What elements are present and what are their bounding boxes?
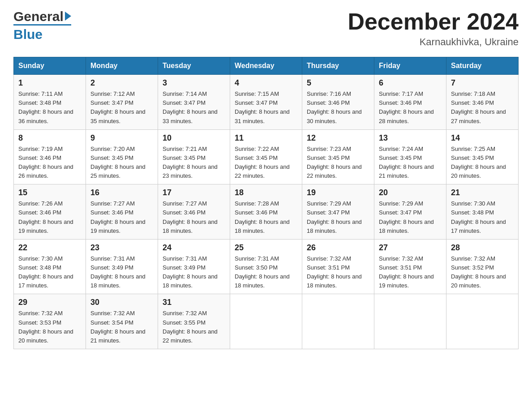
day-number: 20 — [379, 188, 442, 197]
day-number: 12 — [307, 133, 369, 143]
day-info: Sunrise: 7:31 AMSunset: 3:50 PMDaylight:… — [235, 254, 297, 291]
table-row: 11Sunrise: 7:22 AMSunset: 3:45 PMDayligh… — [230, 129, 302, 184]
day-number: 4 — [235, 78, 297, 88]
day-info: Sunrise: 7:17 AMSunset: 3:46 PMDaylight:… — [379, 90, 442, 126]
day-info: Sunrise: 7:23 AMSunset: 3:45 PMDaylight:… — [307, 145, 369, 181]
table-row: 1Sunrise: 7:11 AMSunset: 3:48 PMDaylight… — [14, 75, 86, 130]
day-info: Sunrise: 7:14 AMSunset: 3:47 PMDaylight:… — [163, 90, 225, 126]
col-tuesday: Tuesday — [158, 57, 230, 75]
table-row: 13Sunrise: 7:24 AMSunset: 3:45 PMDayligh… — [374, 129, 446, 184]
table-row: 4Sunrise: 7:15 AMSunset: 3:47 PMDaylight… — [230, 75, 302, 130]
day-number: 21 — [451, 188, 514, 197]
day-info: Sunrise: 7:29 AMSunset: 3:47 PMDaylight:… — [307, 199, 369, 235]
logo-name-top: General — [13, 9, 64, 24]
day-info: Sunrise: 7:16 AMSunset: 3:46 PMDaylight:… — [307, 90, 369, 126]
table-row: 26Sunrise: 7:32 AMSunset: 3:51 PMDayligh… — [302, 239, 374, 294]
day-info: Sunrise: 7:32 AMSunset: 3:55 PMDaylight:… — [163, 309, 225, 345]
day-number: 11 — [235, 133, 297, 143]
table-row: 31Sunrise: 7:32 AMSunset: 3:55 PMDayligh… — [158, 294, 230, 349]
day-number: 24 — [163, 243, 225, 253]
table-row: 29Sunrise: 7:32 AMSunset: 3:53 PMDayligh… — [14, 294, 86, 349]
table-row: 9Sunrise: 7:20 AMSunset: 3:45 PMDaylight… — [86, 129, 158, 184]
location-label: Karnaukhivka, Ukraine — [348, 36, 519, 48]
table-row: 22Sunrise: 7:30 AMSunset: 3:48 PMDayligh… — [14, 239, 86, 294]
day-number: 6 — [379, 78, 442, 88]
table-row: 23Sunrise: 7:31 AMSunset: 3:49 PMDayligh… — [86, 239, 158, 294]
table-row: 6Sunrise: 7:17 AMSunset: 3:46 PMDaylight… — [374, 75, 446, 130]
calendar-table: Sunday Monday Tuesday Wednesday Thursday… — [13, 57, 519, 349]
table-row: 28Sunrise: 7:32 AMSunset: 3:52 PMDayligh… — [446, 239, 519, 294]
day-number: 27 — [379, 243, 442, 253]
day-info: Sunrise: 7:27 AMSunset: 3:46 PMDaylight:… — [163, 199, 225, 235]
col-sunday: Sunday — [14, 57, 86, 75]
table-row: 5Sunrise: 7:16 AMSunset: 3:46 PMDaylight… — [302, 75, 374, 130]
col-wednesday: Wednesday — [230, 57, 302, 75]
day-number: 28 — [451, 243, 514, 253]
calendar-week-row: 15Sunrise: 7:26 AMSunset: 3:46 PMDayligh… — [14, 184, 519, 240]
month-title: December 2024 — [348, 9, 519, 34]
day-number: 31 — [163, 298, 225, 307]
day-info: Sunrise: 7:19 AMSunset: 3:46 PMDaylight:… — [18, 145, 81, 181]
table-row — [446, 294, 519, 349]
day-number: 18 — [235, 188, 297, 197]
day-number: 2 — [90, 78, 153, 88]
day-info: Sunrise: 7:29 AMSunset: 3:47 PMDaylight:… — [379, 199, 442, 235]
calendar-week-row: 22Sunrise: 7:30 AMSunset: 3:48 PMDayligh… — [14, 239, 519, 294]
day-info: Sunrise: 7:32 AMSunset: 3:54 PMDaylight:… — [90, 309, 153, 345]
day-number: 25 — [235, 243, 297, 253]
logo-arrow-icon — [65, 12, 71, 21]
table-row: 7Sunrise: 7:18 AMSunset: 3:46 PMDaylight… — [446, 75, 519, 130]
table-row: 21Sunrise: 7:30 AMSunset: 3:48 PMDayligh… — [446, 184, 519, 240]
day-info: Sunrise: 7:26 AMSunset: 3:46 PMDaylight:… — [18, 199, 81, 235]
day-info: Sunrise: 7:32 AMSunset: 3:51 PMDaylight:… — [307, 254, 369, 291]
day-number: 26 — [307, 243, 369, 253]
day-number: 16 — [90, 188, 153, 197]
day-info: Sunrise: 7:12 AMSunset: 3:47 PMDaylight:… — [90, 90, 153, 126]
day-info: Sunrise: 7:28 AMSunset: 3:46 PMDaylight:… — [235, 199, 297, 235]
table-row: 20Sunrise: 7:29 AMSunset: 3:47 PMDayligh… — [374, 184, 446, 240]
day-number: 29 — [18, 298, 81, 307]
calendar-week-row: 8Sunrise: 7:19 AMSunset: 3:46 PMDaylight… — [14, 129, 519, 184]
day-info: Sunrise: 7:22 AMSunset: 3:45 PMDaylight:… — [235, 145, 297, 181]
table-row: 2Sunrise: 7:12 AMSunset: 3:47 PMDaylight… — [86, 75, 158, 130]
page-header: General Blue December 2024 Karnaukhivka,… — [13, 9, 519, 48]
day-info: Sunrise: 7:31 AMSunset: 3:49 PMDaylight:… — [90, 254, 153, 291]
day-number: 19 — [307, 188, 369, 197]
table-row — [230, 294, 302, 349]
day-info: Sunrise: 7:11 AMSunset: 3:48 PMDaylight:… — [18, 90, 81, 126]
table-row: 8Sunrise: 7:19 AMSunset: 3:46 PMDaylight… — [14, 129, 86, 184]
day-info: Sunrise: 7:21 AMSunset: 3:45 PMDaylight:… — [163, 145, 225, 181]
table-row: 14Sunrise: 7:25 AMSunset: 3:45 PMDayligh… — [446, 129, 519, 184]
table-row: 12Sunrise: 7:23 AMSunset: 3:45 PMDayligh… — [302, 129, 374, 184]
day-info: Sunrise: 7:32 AMSunset: 3:51 PMDaylight:… — [379, 254, 442, 291]
day-info: Sunrise: 7:30 AMSunset: 3:48 PMDaylight:… — [18, 254, 81, 291]
day-info: Sunrise: 7:30 AMSunset: 3:48 PMDaylight:… — [451, 199, 514, 235]
col-thursday: Thursday — [302, 57, 374, 75]
day-number: 9 — [90, 133, 153, 143]
day-info: Sunrise: 7:25 AMSunset: 3:45 PMDaylight:… — [451, 145, 514, 181]
table-row — [302, 294, 374, 349]
table-row: 3Sunrise: 7:14 AMSunset: 3:47 PMDaylight… — [158, 75, 230, 130]
table-row: 17Sunrise: 7:27 AMSunset: 3:46 PMDayligh… — [158, 184, 230, 240]
table-row: 24Sunrise: 7:31 AMSunset: 3:49 PMDayligh… — [158, 239, 230, 294]
day-number: 10 — [163, 133, 225, 143]
col-friday: Friday — [374, 57, 446, 75]
day-info: Sunrise: 7:18 AMSunset: 3:46 PMDaylight:… — [451, 90, 514, 126]
day-info: Sunrise: 7:20 AMSunset: 3:45 PMDaylight:… — [90, 145, 153, 181]
calendar-week-row: 29Sunrise: 7:32 AMSunset: 3:53 PMDayligh… — [14, 294, 519, 349]
day-number: 3 — [163, 78, 225, 88]
day-number: 1 — [18, 78, 81, 88]
day-number: 23 — [90, 243, 153, 253]
day-number: 15 — [18, 188, 81, 197]
day-number: 13 — [379, 133, 442, 143]
day-info: Sunrise: 7:32 AMSunset: 3:52 PMDaylight:… — [451, 254, 514, 291]
table-row: 19Sunrise: 7:29 AMSunset: 3:47 PMDayligh… — [302, 184, 374, 240]
table-row: 15Sunrise: 7:26 AMSunset: 3:46 PMDayligh… — [14, 184, 86, 240]
col-saturday: Saturday — [446, 57, 519, 75]
day-info: Sunrise: 7:32 AMSunset: 3:53 PMDaylight:… — [18, 309, 81, 345]
day-info: Sunrise: 7:27 AMSunset: 3:46 PMDaylight:… — [90, 199, 153, 235]
logo-name-bottom: Blue — [13, 24, 71, 43]
day-number: 17 — [163, 188, 225, 197]
day-info: Sunrise: 7:15 AMSunset: 3:47 PMDaylight:… — [235, 90, 297, 126]
day-number: 30 — [90, 298, 153, 307]
